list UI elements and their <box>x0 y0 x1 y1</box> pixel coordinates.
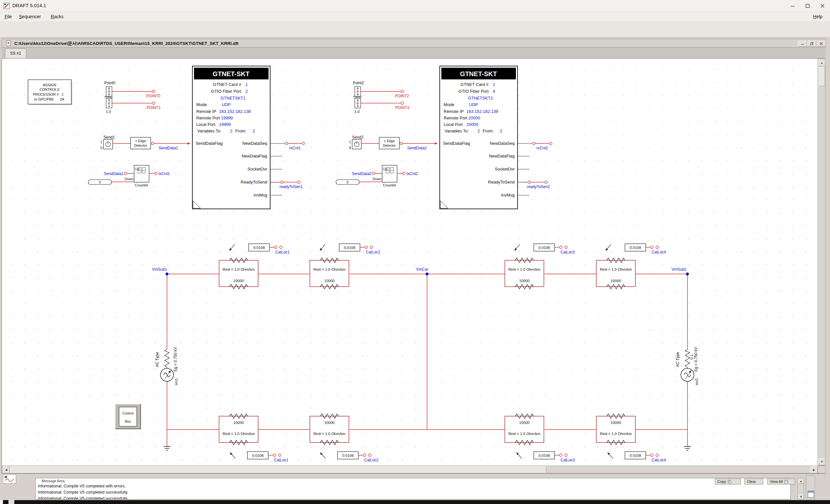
message-scroll-up-button[interactable]: ▲ <box>798 479 804 484</box>
line-section-top-2[interactable]: Rinit = 1.0 Ohm/km 10000 <box>310 258 349 289</box>
doc-minimize-button[interactable] <box>798 41 807 46</box>
menu-file[interactable]: File <box>3 13 14 20</box>
counter-2[interactable]: SendData2 Up Down Counter 0 txCnt2 <box>336 165 418 187</box>
dial-switch-icon[interactable] <box>355 98 361 108</box>
bus-node[interactable] <box>166 273 169 276</box>
canvas-horizontal-scrollbar[interactable]: ◀ ▶ <box>2 466 818 473</box>
gtnet-skt-block-2[interactable]: GTNET-SKT GTNET Card # 1 GTIO Fiber Port… <box>440 66 517 209</box>
cal-tap-top-4[interactable]: 0.0108 CalLoc4 <box>606 244 666 255</box>
ground-icon <box>163 446 170 450</box>
senddata1-wire[interactable]: SendData1 <box>151 142 190 150</box>
param-value: 1 <box>246 82 248 87</box>
vertical-scroll-thumb[interactable] <box>819 67 825 86</box>
close-button[interactable] <box>815 0 830 11</box>
line-section-top-4[interactable]: Rinit = 1.0 Ohm/km 10000 <box>596 258 635 289</box>
line-section-top-3[interactable]: Rinit = 1.0 Ohm/km 10000 <box>505 258 544 289</box>
line-section-bottom-4[interactable]: 10000 Rinit = 1.0 Ohm/km <box>596 414 635 445</box>
constant-zero-value: 0 <box>347 180 349 184</box>
ac-source-2[interactable]: AC Type 0.1 Eg = 0.750 kV src2 <box>675 347 699 450</box>
counter-1[interactable]: SendData1 Up Down Counter 0 txCnt1 <box>88 165 170 187</box>
cal-value: 0.0108 <box>538 246 550 249</box>
param-label: Mode <box>444 102 454 107</box>
shunt-label: 10000 <box>233 279 244 283</box>
shunt-label: 10000 <box>519 421 530 425</box>
push-switch-icon[interactable] <box>103 140 113 149</box>
param-value: 2 <box>253 129 255 133</box>
cal-value: 0.0108 <box>252 453 263 458</box>
menu-help[interactable]: Help <box>811 13 825 20</box>
cal-tap-bottom-3[interactable]: 0.0108 CalLoc3 <box>516 451 575 462</box>
message-scroll-down-button[interactable]: ▼ <box>798 494 804 499</box>
port-label: SendDataFlag <box>196 141 223 146</box>
edge-detector-2[interactable]: + Edge Detector <box>379 137 400 149</box>
status-thumbnail-icon[interactable] <box>3 475 16 484</box>
line-section-top-1[interactable]: Rinit = 1.0 Ohm/km 10000 <box>219 258 258 289</box>
rinit-label: Rinit = 1.0 Ohm/km <box>600 432 632 436</box>
maximize-button[interactable] <box>800 0 815 11</box>
cal-tap-bottom-1[interactable]: 0.0108 CalLoc1 <box>230 451 288 462</box>
dial-switch-icon[interactable] <box>106 87 112 96</box>
param-label: GTNET Card # <box>213 82 242 87</box>
assign-line2: CONTROLS <box>39 88 59 92</box>
scroll-down-button[interactable]: ▼ <box>818 458 825 465</box>
line-section-bottom-1[interactable]: 10000 Rinit = 1.0 Ohm/km <box>219 414 258 445</box>
clear-messages-button[interactable]: Clear <box>744 479 763 484</box>
scroll-left-button[interactable]: ◀ <box>3 466 10 473</box>
cal-tap-bottom-2[interactable]: 0.0108 CalLoc2 <box>320 451 379 462</box>
tab-ss1[interactable]: SS #1 <box>5 48 26 59</box>
senddata2-label: SendData2 <box>407 146 427 150</box>
param-value: 163.152.182.138 <box>219 109 251 114</box>
bus-node[interactable] <box>686 273 689 276</box>
rinit-label: Rinit = 1.0 Ohm/km <box>508 432 541 436</box>
schematic-canvas[interactable]: ASSIGN CONTROLS PROCESSOR # 1 to GPC/PB5… <box>2 58 825 474</box>
param-label: Variables To: <box>445 129 469 133</box>
cal-tap-top-2[interactable]: 0.0108 CalLoc2 <box>320 244 380 255</box>
ac-source-icon[interactable] <box>681 368 694 381</box>
scroll-up-button[interactable]: ▲ <box>818 59 825 66</box>
send-switch-1[interactable]: Send1 1 0 <box>100 135 130 150</box>
push-switch-icon[interactable] <box>352 140 361 149</box>
copy-icon <box>728 480 731 483</box>
horizontal-scroll-thumb[interactable] <box>10 466 546 473</box>
menu-racks[interactable]: Racks <box>49 13 65 20</box>
canvas-vertical-scrollbar[interactable]: ▲ ▼ <box>818 59 825 466</box>
gtnet-1-output-wires[interactable]: rxCnt1 readyToSen1 <box>270 142 305 195</box>
control-box[interactable]: Control Box <box>115 404 140 429</box>
ac-source-icon[interactable] <box>160 368 173 381</box>
restore-window-icon[interactable] <box>807 490 815 499</box>
doc-close-button[interactable] <box>817 41 826 46</box>
counter-label: Counter <box>135 183 149 187</box>
assign-card-slot: 2A <box>60 97 64 101</box>
doc-restore-button[interactable] <box>807 41 816 46</box>
ac-source-1[interactable]: AC Type Eg = 0.750 kV src1 <box>155 347 178 450</box>
copy-messages-button[interactable]: Copy <box>715 479 741 484</box>
shunt-label: 10000 <box>611 421 621 425</box>
point-switch-group-2[interactable]: Point2 Point3 1.0 POINT2 POINT3 <box>353 81 410 113</box>
gtnet1-title: GTNET-SKT <box>213 70 249 77</box>
cal-tap-top-1[interactable]: 0.0108 CalLoc1 <box>229 244 290 255</box>
senddata2-wire[interactable]: SendData2 <box>400 142 437 150</box>
scroll-right-button[interactable]: ▶ <box>810 466 818 473</box>
cal-tap-top-3[interactable]: 0.0108 CalLoc3 <box>515 244 575 255</box>
menu-sequencer[interactable]: Sequencer <box>17 13 43 20</box>
dial-switch-icon[interactable] <box>106 98 112 108</box>
line-section-bottom-3[interactable]: 10000 Rinit = 1.0 Ohm/km <box>505 414 544 445</box>
line-section-bottom-2[interactable]: 10000 Rinit = 1.0 Ohm/km <box>310 414 349 445</box>
side-dock-strip[interactable] <box>806 475 815 499</box>
gtnet-2-output-wires[interactable]: rxCnt2 readyToSen2 <box>517 142 552 195</box>
minimize-button[interactable] <box>785 0 800 11</box>
message-area[interactable]: Message Area Informational: Compile V5 c… <box>35 478 791 499</box>
bus-node[interactable] <box>426 273 429 276</box>
edge-detector-1[interactable]: + Edge Detector <box>130 137 151 149</box>
point0-signal-label: POINT0 <box>146 94 160 98</box>
cal-value: 0.0108 <box>630 453 641 458</box>
send-switch-2[interactable]: Send2 1 0 <box>349 135 379 150</box>
dial-switch-icon[interactable] <box>355 87 361 96</box>
assign-controls-block[interactable]: ASSIGN CONTROLS PROCESSOR # 1 to GPC/PB5… <box>28 80 72 105</box>
point-switch-group-1[interactable]: Point0 Point1 1.0 POINT0 POINT1 <box>104 81 161 113</box>
gtnet-skt-block-1[interactable]: GTNET-SKT GTNET Card # 1 GTIO Fiber Port… <box>192 66 270 209</box>
message-scrollbar[interactable]: ▲ ▼ <box>797 478 804 499</box>
view-all-messages-button[interactable]: View All <box>767 479 795 484</box>
point-gain: 1.0 <box>354 110 360 113</box>
cal-tap-bottom-4[interactable]: 0.0108 CalLoc4 <box>608 451 666 462</box>
